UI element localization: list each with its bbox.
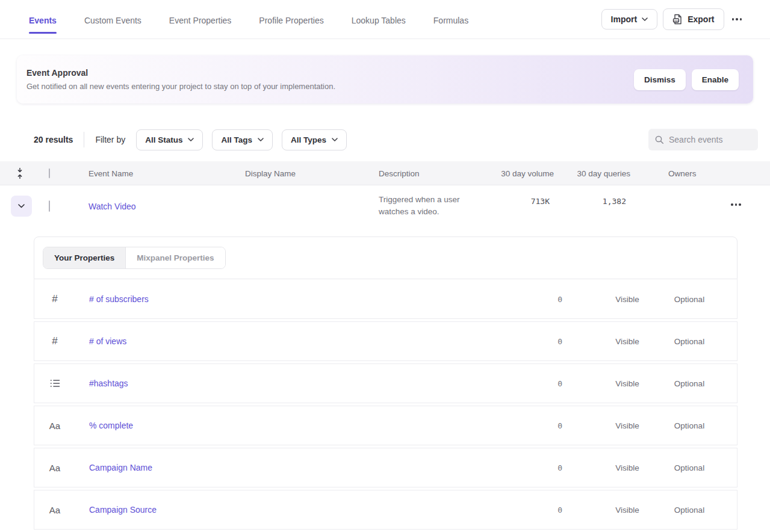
tab-events[interactable]: Events [29, 13, 57, 25]
column-queries: 30 day queries [555, 169, 630, 178]
property-requirement[interactable]: Optional [659, 506, 719, 515]
event-queries: 1,382 [551, 197, 626, 206]
chevron-down-icon [188, 138, 194, 141]
event-description: Triggered when a user watches a video. [379, 194, 460, 218]
collapse-rows-icon[interactable] [16, 167, 23, 179]
nav-actions: Import csv Export [601, 8, 744, 30]
property-row: Aa Campaign Source 0 Visible Optional [34, 490, 737, 530]
property-row: Aa % complete 0 Visible Optional [34, 406, 737, 445]
property-visibility[interactable]: Visible [597, 294, 657, 303]
column-volume: 30 day volume [479, 169, 554, 178]
lexicon-tabs: Events Custom Events Event Properties Pr… [29, 13, 601, 25]
banner-title: Event Approval [26, 68, 628, 78]
filter-by-label: Filter by [95, 135, 125, 144]
property-requirement[interactable]: Optional [659, 294, 719, 303]
property-name-link[interactable]: # of subscribers [89, 294, 149, 304]
row-more-options-icon[interactable] [728, 200, 744, 209]
property-row: #hashtags 0 Visible Optional [34, 363, 737, 403]
number-type-icon: # [46, 335, 63, 347]
event-approval-banner: Event Approval Get notified on all new e… [17, 55, 753, 104]
status-filter-label: All Status [145, 135, 182, 144]
property-volume: 0 [487, 421, 562, 430]
types-filter-label: All Types [291, 135, 326, 144]
property-name-link[interactable]: # of views [89, 336, 126, 346]
column-description: Description [379, 169, 420, 178]
tab-profile-properties[interactable]: Profile Properties [259, 13, 323, 25]
text-type-icon: Aa [46, 463, 63, 473]
event-row: Watch Video Triggered when a user watche… [0, 185, 770, 227]
list-type-icon [46, 379, 63, 388]
property-requirement[interactable]: Optional [659, 337, 719, 346]
property-requirement[interactable]: Optional [659, 379, 719, 388]
property-row: # # of subscribers 0 Visible Optional [34, 279, 737, 319]
property-visibility[interactable]: Visible [597, 421, 657, 430]
search-input[interactable] [669, 135, 747, 144]
event-name-link[interactable]: Watch Video [88, 202, 136, 211]
status-filter-dropdown[interactable]: All Status [136, 129, 203, 150]
property-name-link[interactable]: Campaign Name [89, 463, 152, 472]
text-type-icon: Aa [46, 505, 63, 515]
event-volume: 713K [474, 197, 550, 206]
text-type-icon: Aa [46, 421, 63, 431]
dismiss-button[interactable]: Dismiss [634, 69, 686, 90]
more-options-icon[interactable] [730, 14, 745, 24]
property-volume: 0 [487, 463, 562, 472]
tab-lookup-tables[interactable]: Lookup Tables [352, 13, 406, 25]
tab-custom-events[interactable]: Custom Events [84, 13, 141, 25]
csv-file-icon: csv [672, 14, 683, 25]
property-visibility[interactable]: Visible [597, 337, 657, 346]
properties-tab-switcher: Your Properties Mixpanel Properties [43, 247, 226, 269]
column-owners: Owners [668, 169, 697, 178]
property-row: Aa Campaign Name 0 Visible Optional [34, 448, 737, 487]
property-visibility[interactable]: Visible [597, 506, 657, 515]
export-button-label: Export [688, 14, 714, 24]
export-button[interactable]: csv Export [663, 8, 724, 30]
property-name-link[interactable]: #hashtags [89, 379, 128, 388]
property-volume: 0 [487, 506, 562, 515]
property-visibility[interactable]: Visible [597, 463, 657, 472]
number-type-icon: # [46, 293, 63, 305]
property-name-link[interactable]: % complete [89, 421, 133, 430]
tags-filter-dropdown[interactable]: All Tags [212, 129, 273, 150]
svg-text:csv: csv [674, 19, 679, 22]
property-name-link[interactable]: Campaign Source [89, 505, 157, 515]
search-icon [654, 135, 664, 144]
column-display-name: Display Name [245, 169, 296, 178]
tab-mixpanel-properties[interactable]: Mixpanel Properties [126, 247, 225, 268]
search-box[interactable] [648, 129, 758, 150]
row-checkbox[interactable] [49, 200, 50, 212]
chevron-down-icon [642, 17, 648, 21]
property-volume: 0 [487, 379, 562, 388]
tab-your-properties[interactable]: Your Properties [43, 247, 126, 268]
collapse-row-button[interactable] [11, 196, 32, 217]
property-row: # # of views 0 Visible Optional [34, 321, 737, 361]
chevron-down-icon [332, 138, 338, 141]
properties-panel-header: Your Properties Mixpanel Properties [34, 237, 737, 279]
import-button-label: Import [611, 14, 638, 24]
tags-filter-label: All Tags [221, 135, 252, 144]
banner-subtitle: Get notified on all new events entering … [26, 82, 628, 91]
filter-toolbar: 20 results Filter by All Status All Tags… [0, 118, 770, 161]
property-requirement[interactable]: Optional [659, 463, 719, 472]
tab-formulas[interactable]: Formulas [433, 13, 468, 25]
enable-button[interactable]: Enable [692, 69, 739, 90]
properties-panel: Your Properties Mixpanel Properties # # … [34, 237, 737, 530]
property-volume: 0 [487, 294, 562, 303]
events-table-header: Event Name Display Name Description 30 d… [0, 161, 770, 185]
column-event-name: Event Name [88, 169, 133, 178]
property-requirement[interactable]: Optional [659, 421, 719, 430]
import-button[interactable]: Import [601, 9, 658, 29]
types-filter-dropdown[interactable]: All Types [282, 129, 347, 150]
tab-event-properties[interactable]: Event Properties [169, 13, 232, 25]
toolbar-divider [84, 132, 84, 147]
chevron-down-icon [258, 138, 264, 141]
top-navigation: Events Custom Events Event Properties Pr… [0, 0, 770, 39]
select-all-checkbox[interactable] [49, 168, 50, 178]
chevron-down-icon [18, 204, 25, 208]
results-count: 20 results [34, 135, 73, 144]
banner-text: Event Approval Get notified on all new e… [26, 68, 628, 91]
property-volume: 0 [487, 337, 562, 346]
property-visibility[interactable]: Visible [597, 379, 657, 388]
